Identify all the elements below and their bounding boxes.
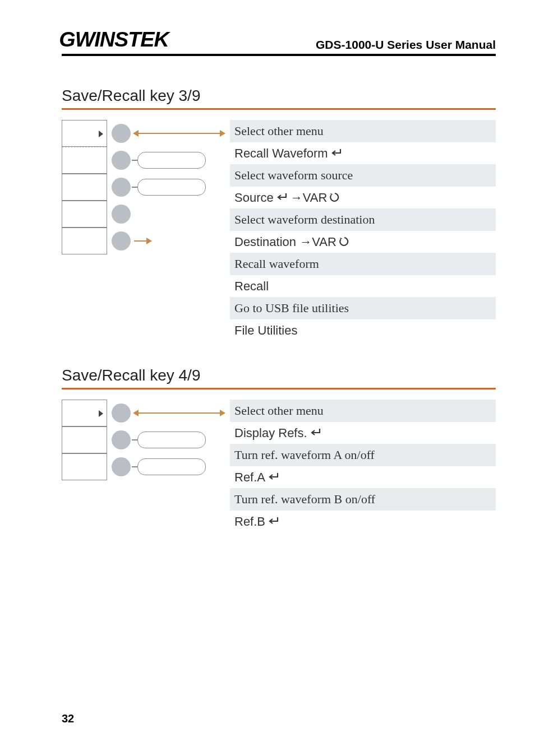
value-pill-icon [137, 152, 206, 169]
control-text: File Utilities [234, 323, 297, 338]
section-body: Select other menuDisplay Refs.Turn ref. … [62, 400, 496, 532]
control-text: Ref.A [234, 470, 265, 485]
step-control: File Utilities [230, 319, 496, 342]
page-header: GWINSTEK GDS-1000-U Series User Manual [62, 28, 496, 56]
softkey-diagram [62, 120, 230, 254]
menu-indicator-icon [99, 131, 103, 137]
softkey-knob-icon [112, 403, 131, 423]
step-description: Go to USB file utilities [230, 297, 496, 319]
step-description: Select waveform source [230, 164, 496, 187]
control-text: Destination →VAR [234, 234, 336, 250]
variable-knob-icon [339, 236, 350, 247]
range-arrow-icon [134, 412, 224, 414]
goto-arrow-icon [134, 240, 151, 242]
control-text: Ref.B [234, 514, 265, 530]
step-description: Recall waveform [230, 253, 496, 275]
softkey-diagram [62, 400, 230, 480]
step-control: Ref.B [230, 511, 496, 533]
step-control: Recall [230, 275, 496, 298]
step-control: Source→VAR [230, 187, 496, 209]
step-description: Select other menu [230, 400, 496, 422]
enter-icon [310, 428, 322, 438]
section-heading: Save/Recall key 4/9 [62, 367, 496, 384]
control-text: Display Refs. [234, 425, 307, 441]
step-description: Turn ref. waveform B on/off [230, 488, 496, 511]
value-pill-icon [137, 432, 206, 448]
step-control: Destination →VAR [230, 231, 496, 253]
enter-icon [268, 472, 280, 482]
softkey-knob-icon [112, 124, 131, 143]
softkey-knob-icon [112, 231, 131, 251]
softkey-knob-icon [112, 430, 131, 449]
document-title: GDS-1000-U Series User Manual [316, 38, 496, 52]
enter-icon [276, 192, 288, 202]
step-description: Select waveform destination [230, 208, 496, 231]
control-text: Recall [234, 279, 269, 294]
section-heading: Save/Recall key 3/9 [62, 87, 496, 105]
control-text: →VAR [290, 190, 328, 206]
section-rule [62, 108, 496, 110]
step-description: Turn ref. waveform A on/off [230, 444, 496, 466]
step-description: Select other menu [230, 120, 496, 142]
page-number: 32 [62, 712, 74, 725]
section-rule [62, 388, 496, 389]
enter-icon [330, 148, 343, 158]
softkey-knob-icon [112, 178, 131, 197]
enter-icon [268, 516, 280, 526]
menu-indicator-icon [99, 410, 103, 417]
range-arrow-icon [134, 133, 224, 134]
control-text: Source [234, 190, 274, 206]
step-control: Display Refs. [230, 422, 496, 444]
value-pill-icon [137, 179, 206, 196]
softkey-knob-icon [112, 151, 131, 170]
step-control: Ref.A [230, 466, 496, 489]
softkey-knob-icon [112, 457, 131, 476]
softkey-knob-icon [112, 205, 131, 224]
step-control: Recall Waveform [230, 142, 496, 165]
section-body: Select other menuRecall WaveformSelect w… [62, 120, 496, 341]
control-text: Recall Waveform [234, 146, 328, 161]
variable-knob-icon [329, 192, 340, 203]
brand-logo: GWINSTEK [59, 28, 168, 52]
value-pill-icon [137, 458, 206, 475]
